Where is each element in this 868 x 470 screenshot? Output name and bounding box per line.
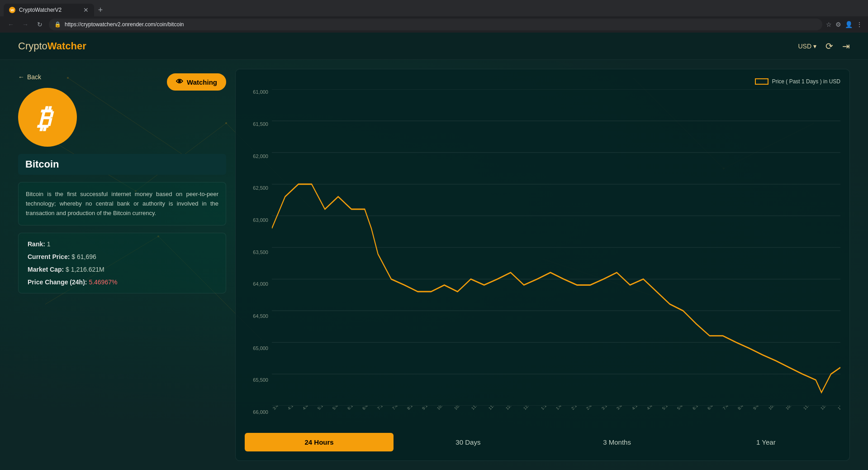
rank-label: Rank:	[28, 240, 45, 248]
market-cap-row: Market Cap: $ 1,216.621M	[28, 266, 217, 273]
x-label: 5:16 AM	[317, 406, 330, 411]
x-label: 2:17 PM	[570, 406, 584, 411]
coin-name-badge: Bitcoin	[18, 154, 226, 175]
3-months-button[interactable]: 3 Months	[543, 433, 692, 451]
back-button[interactable]: ← Back	[18, 73, 41, 81]
price-change-row: Price Change (24h): 5.46967%	[28, 278, 217, 286]
chart-svg-container	[272, 89, 840, 406]
address-bar[interactable]: 🔒 https://cryptowatcherv2.onrender.com/c…	[49, 19, 822, 30]
price-label: Current Price:	[28, 253, 70, 260]
rank-row: Rank: 1	[28, 240, 217, 248]
x-label: 6:45 AM	[361, 406, 375, 411]
watching-button[interactable]: 👁 Watching	[167, 73, 226, 91]
x-label: 10:15 AM	[436, 406, 451, 411]
x-label: 3:45 AM	[272, 406, 285, 411]
x-label: 1:47 PM	[555, 406, 569, 411]
x-label: 3:46 PM	[616, 406, 630, 411]
chart-panel: Price ( Past 1 Days ) in USD 66,000 65,5…	[235, 69, 850, 461]
x-label: 12:35 AM	[837, 406, 840, 411]
left-panel: ← Back ₿ 👁 Watching Bitcoin	[18, 69, 226, 461]
back-nav-button[interactable]: ←	[5, 19, 16, 30]
x-label: 6:16 PM	[692, 406, 706, 411]
x-label: 9:46 PM	[752, 406, 766, 411]
x-label: 4:45 PM	[646, 406, 660, 411]
chart-legend: Price ( Past 1 Days ) in USD	[245, 78, 840, 85]
time-buttons: 24 Hours 30 Days 3 Months 1 Year	[245, 433, 840, 451]
x-label: 1:17 PM	[540, 406, 554, 411]
x-label: 2:47 PM	[585, 406, 599, 411]
coin-name: Bitcoin	[25, 158, 59, 170]
menu-icon[interactable]: ⋮	[856, 21, 863, 28]
x-label: 10:45 AM	[453, 406, 469, 411]
market-cap-label: Market Cap:	[28, 266, 64, 273]
x-label: 10:55 PM	[785, 406, 800, 411]
tab-close-button[interactable]: ✕	[83, 6, 89, 14]
refresh-nav-button[interactable]: ↻	[34, 19, 45, 30]
y-label-10: 61,000	[245, 89, 272, 95]
x-label: 4:17 PM	[631, 406, 645, 411]
y-label-7: 62,500	[245, 185, 272, 191]
30-days-button[interactable]: 30 Days	[394, 433, 542, 451]
price-chart-svg	[272, 89, 840, 406]
x-label: 9:17 AM	[421, 406, 435, 411]
rank-value: 1	[47, 240, 51, 248]
legend-text: Price ( Past 1 Days ) in USD	[772, 78, 840, 85]
lock-icon: 🔒	[54, 21, 61, 28]
y-label-3: 64,500	[245, 313, 272, 319]
price-change-label: Price Change (24h):	[28, 278, 87, 286]
y-label-8: 62,000	[245, 153, 272, 159]
watching-label: Watching	[187, 78, 217, 86]
price-row: Current Price: $ 61,696	[28, 253, 217, 260]
tab-favicon: W	[9, 7, 15, 13]
x-label: 11:30 PM	[802, 406, 818, 411]
y-label-1: 65,500	[245, 377, 272, 383]
x-label: 6:16 AM	[346, 406, 360, 411]
x-label: 5:45 AM	[332, 406, 345, 411]
watching-icon: 👁	[176, 78, 183, 86]
y-label-4: 64,000	[245, 281, 272, 287]
1-year-button[interactable]: 1 Year	[692, 433, 840, 451]
coin-header: ← Back ₿ 👁 Watching	[18, 73, 226, 147]
svg-text:₿: ₿	[37, 103, 54, 133]
browser-chrome: W CryptoWatcherV2 ✕ + ← → ↻ 🔒 https://cr…	[0, 0, 868, 33]
x-label: 6:46 PM	[707, 406, 721, 411]
new-tab-button[interactable]: +	[94, 4, 107, 16]
market-cap-value: $ 1,216.621M	[66, 266, 104, 273]
x-label: 5:46 PM	[676, 406, 690, 411]
extensions-icon[interactable]: ⚙	[835, 21, 841, 28]
nav-bar: ← → ↻ 🔒 https://cryptowatcherv2.onrender…	[0, 16, 868, 33]
price-value: $ 61,696	[71, 253, 96, 260]
chart-area: 66,000 65,500 65,000 64,500 64,000 63,50…	[245, 89, 840, 428]
x-label: 3:16 PM	[601, 406, 615, 411]
x-label: 12:47 PM	[522, 406, 538, 411]
logo-watcher: Watcher	[47, 40, 86, 52]
refresh-icon[interactable]: ⟳	[825, 41, 833, 52]
forward-nav-button[interactable]: →	[20, 19, 31, 30]
x-label: 4:17 AM	[287, 406, 300, 411]
currency-selector[interactable]: USD ▾	[798, 43, 816, 50]
profile-icon[interactable]: 👤	[845, 21, 853, 28]
currency-dropdown-icon: ▾	[813, 43, 816, 50]
logout-icon[interactable]: ⇥	[842, 41, 850, 52]
price-change-value: 5.46967%	[89, 278, 117, 286]
y-label-0: 66,000	[245, 409, 272, 415]
active-tab[interactable]: W CryptoWatcherV2 ✕	[4, 4, 94, 16]
back-arrow-icon: ←	[18, 73, 24, 81]
tab-title: CryptoWatcherV2	[19, 7, 80, 13]
bookmark-icon[interactable]: ☆	[826, 21, 832, 28]
y-label-9: 61,500	[245, 121, 272, 127]
x-label: 10:25 PM	[768, 406, 783, 411]
y-label-6: 63,000	[245, 217, 272, 223]
x-label: 12:00 AM	[820, 406, 835, 411]
y-axis: 66,000 65,500 65,000 64,500 64,000 63,50…	[245, 89, 272, 415]
back-label: Back	[27, 73, 41, 81]
description-text: Bitcoin is the first successful internet…	[26, 191, 218, 216]
x-label: 12:17 PM	[505, 406, 520, 411]
bitcoin-logo: ₿	[18, 88, 77, 147]
header-right: USD ▾ ⟳ ⇥	[798, 41, 850, 52]
24-hours-button[interactable]: 24 Hours	[245, 433, 394, 451]
main-content: ← Back ₿ 👁 Watching Bitcoin	[0, 60, 868, 470]
x-axis-labels: 3:45 AM 4:17 AM 4:46 AM 5:16 AM 5:45 AM …	[272, 406, 840, 428]
price-line	[272, 184, 840, 393]
coin-stats: Rank: 1 Current Price: $ 61,696 Market C…	[18, 233, 226, 293]
